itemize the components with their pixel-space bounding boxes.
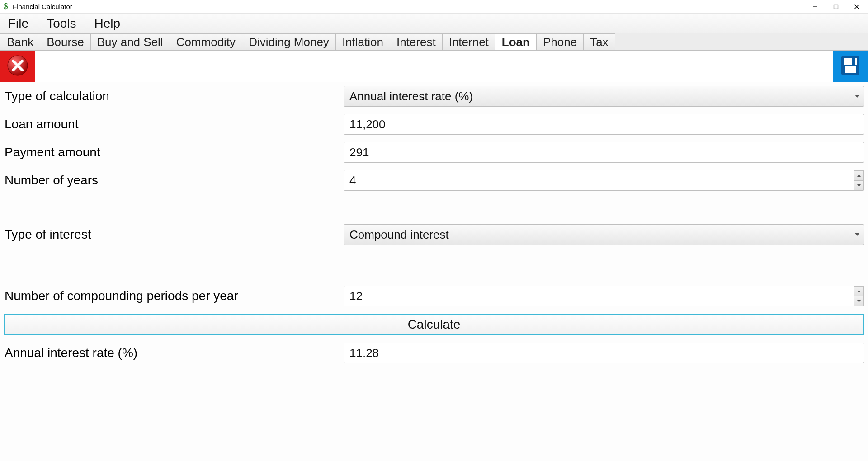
tab-buy-and-sell[interactable]: Buy and Sell	[90, 33, 170, 50]
actionbar	[0, 51, 868, 82]
label-type-of-interest: Type of interest	[4, 227, 344, 242]
triangle-down-icon	[857, 300, 861, 302]
calculate-button-label: Calculate	[408, 317, 461, 332]
tabbar: Bank Bourse Buy and Sell Commodity Divid…	[0, 33, 868, 51]
menu-tools[interactable]: Tools	[43, 14, 80, 33]
calculate-button[interactable]: Calculate	[4, 314, 864, 335]
minimize-button[interactable]	[805, 0, 826, 14]
input-compounding-periods[interactable]	[344, 286, 864, 306]
tab-dividing-money[interactable]: Dividing Money	[242, 33, 336, 50]
row-type-of-interest: Type of interest Compound interest	[4, 224, 864, 245]
window-title: Financial Calculator	[13, 3, 72, 10]
close-circle-icon	[6, 54, 29, 79]
spinner-down-button[interactable]	[854, 180, 864, 190]
label-number-of-years: Number of years	[4, 173, 344, 188]
triangle-up-icon	[857, 174, 861, 177]
tab-bourse[interactable]: Bourse	[40, 33, 90, 50]
tab-inflation[interactable]: Inflation	[335, 33, 390, 50]
tab-tax[interactable]: Tax	[583, 33, 615, 50]
svg-rect-1	[834, 5, 838, 9]
chevron-down-icon	[855, 95, 859, 98]
loan-form: Type of calculation Annual interest rate…	[0, 82, 868, 363]
spinner-compounding-periods	[854, 286, 864, 306]
label-payment-amount: Payment amount	[4, 145, 344, 160]
titlebar: $ Financial Calculator	[0, 0, 868, 14]
label-loan-amount: Loan amount	[4, 117, 344, 132]
tab-commodity[interactable]: Commodity	[170, 33, 242, 50]
tab-phone[interactable]: Phone	[536, 33, 584, 50]
output-annual-interest-rate[interactable]	[344, 343, 864, 363]
spinner-up-button[interactable]	[854, 286, 864, 296]
select-type-of-calculation[interactable]: Annual interest rate (%)	[344, 86, 864, 107]
select-type-of-calculation-value: Annual interest rate (%)	[349, 89, 473, 103]
row-compounding-periods: Number of compounding periods per year	[4, 286, 864, 306]
row-type-of-calculation: Type of calculation Annual interest rate…	[4, 86, 864, 107]
input-loan-amount[interactable]	[344, 114, 864, 135]
app-icon: $	[2, 3, 10, 11]
spinner-down-button[interactable]	[854, 296, 864, 306]
row-payment-amount: Payment amount	[4, 142, 864, 163]
tab-bank[interactable]: Bank	[0, 33, 40, 50]
close-button[interactable]	[846, 0, 867, 14]
menu-file[interactable]: File	[5, 14, 32, 33]
select-type-of-interest[interactable]: Compound interest	[344, 224, 864, 245]
label-result: Annual interest rate (%)	[4, 346, 344, 360]
input-number-of-years[interactable]	[344, 170, 864, 191]
triangle-down-icon	[857, 184, 861, 187]
row-result: Annual interest rate (%)	[4, 343, 864, 363]
clear-button[interactable]	[0, 51, 35, 82]
menu-help[interactable]: Help	[91, 14, 124, 33]
label-compounding-periods: Number of compounding periods per year	[4, 289, 344, 303]
menubar: File Tools Help	[0, 14, 868, 33]
input-payment-amount[interactable]	[344, 142, 864, 163]
row-loan-amount: Loan amount	[4, 114, 864, 135]
select-type-of-interest-value: Compound interest	[349, 228, 449, 242]
chevron-down-icon	[855, 233, 859, 236]
tab-interest[interactable]: Interest	[390, 33, 443, 50]
save-icon	[839, 54, 862, 79]
row-number-of-years: Number of years	[4, 170, 864, 191]
triangle-up-icon	[857, 290, 861, 292]
svg-rect-9	[852, 58, 855, 65]
spinner-number-of-years	[854, 170, 864, 190]
spinner-up-button[interactable]	[854, 170, 864, 180]
maximize-button[interactable]	[826, 0, 846, 14]
tab-loan[interactable]: Loan	[495, 33, 537, 50]
tab-internet[interactable]: Internet	[442, 33, 495, 50]
svg-rect-10	[845, 66, 856, 73]
save-button[interactable]	[833, 51, 868, 82]
label-type-of-calculation: Type of calculation	[4, 89, 344, 103]
